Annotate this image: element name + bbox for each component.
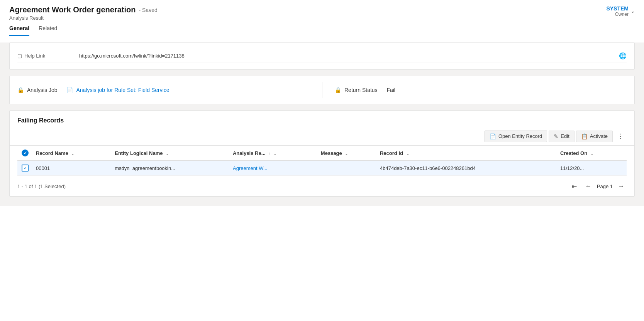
analysis-job-link[interactable]: Analysis job for Rule Set: Field Service bbox=[76, 87, 169, 93]
edit-button[interactable]: ✎ Edit bbox=[549, 131, 574, 142]
analysis-job-field: 🔒 Analysis Job 📄 Analysis job for Rule S… bbox=[17, 82, 322, 98]
record-name-col-label: Record Name bbox=[36, 150, 68, 156]
cell-created-on: 11/12/20... bbox=[557, 161, 627, 176]
title-text: Agreement Work Order generation bbox=[9, 5, 136, 14]
owner-label: Owner bbox=[606, 12, 629, 17]
sort-asc-icon: ↑ bbox=[268, 151, 270, 156]
entity-logical-name-col-label: Entity Logical Name bbox=[115, 150, 163, 156]
doc-icon: 📄 bbox=[66, 87, 73, 93]
checkbox-icon: ▢ bbox=[17, 53, 22, 59]
failing-records-header: Failing Records bbox=[10, 111, 634, 127]
records-toolbar: 📄 Open Entity Record ✎ Edit 📋 Activate ⋮ bbox=[10, 127, 634, 146]
page-label: Page 1 bbox=[597, 183, 613, 189]
help-link-card: ▢ Help Link https://go.microsoft.com/fwl… bbox=[9, 42, 635, 70]
col-analysis-re[interactable]: Analysis Re... ↑ ⌄ bbox=[230, 146, 318, 161]
page-subtitle: Analysis Result bbox=[9, 15, 158, 21]
prev-page-button[interactable]: ← bbox=[583, 181, 594, 192]
row-checkbox[interactable]: ✓ bbox=[22, 165, 29, 172]
col-entity-logical-name[interactable]: Entity Logical Name ⌄ bbox=[112, 146, 230, 161]
more-options-button[interactable]: ⋮ bbox=[614, 130, 627, 142]
analysis-job-label: Analysis Job bbox=[27, 87, 58, 93]
chevron-down-icon: ⌄ bbox=[631, 8, 635, 14]
analysis-re-link[interactable]: Agreement W... bbox=[233, 165, 268, 171]
pagination-controls: ⇤ ← Page 1 → bbox=[569, 181, 627, 192]
help-link-value: https://go.microsoft.com/fwlink/?linkid=… bbox=[79, 53, 619, 59]
col-message[interactable]: Message ⌄ bbox=[318, 146, 377, 161]
cell-analysis-re[interactable]: Agreement W... bbox=[230, 161, 318, 176]
sort-icon-entity: ⌄ bbox=[166, 151, 169, 156]
analysis-fields: 🔒 Analysis Job 📄 Analysis job for Rule S… bbox=[17, 82, 627, 98]
return-status-value: Fail bbox=[386, 87, 395, 93]
col-record-id[interactable]: Record Id ⌄ bbox=[377, 146, 557, 161]
help-link-row: ▢ Help Link https://go.microsoft.com/fwl… bbox=[17, 49, 627, 63]
header-left: Agreement Work Order generation - Saved … bbox=[9, 5, 158, 21]
analysis-re-col-label: Analysis Re... bbox=[233, 150, 266, 156]
lock-icon-2: 🔒 bbox=[335, 87, 341, 93]
cell-record-id: 4b474deb-7a30-ec11-b6e6-002248261bd4 bbox=[377, 161, 557, 176]
activate-label: Activate bbox=[590, 133, 608, 139]
user-name: SYSTEM bbox=[606, 5, 629, 12]
edit-icon: ✎ bbox=[554, 133, 558, 139]
sort-desc-icon: ⌄ bbox=[273, 151, 276, 156]
col-created-on[interactable]: Created On ⌄ bbox=[557, 146, 627, 161]
select-all-header[interactable]: ✓ bbox=[17, 146, 33, 161]
row-checkbox-cell[interactable]: ✓ bbox=[17, 161, 33, 176]
sort-icon-record-name: ⌄ bbox=[71, 151, 74, 156]
sort-icon-record-id: ⌄ bbox=[406, 151, 409, 156]
tab-related[interactable]: Related bbox=[39, 21, 57, 36]
cell-message bbox=[318, 161, 377, 176]
records-table-wrapper: ✓ Record Name ⌄ Entity Logical Name ⌄ bbox=[10, 146, 634, 176]
open-entity-record-label: Open Entity Record bbox=[498, 133, 542, 139]
page-header: Agreement Work Order generation - Saved … bbox=[0, 0, 644, 21]
table-body: ✓ 00001 msdyn_agreementbookin... Agreeme… bbox=[17, 161, 627, 176]
tab-bar: General Related bbox=[0, 21, 644, 36]
cell-entity-logical-name: msdyn_agreementbookin... bbox=[112, 161, 230, 176]
col-record-name[interactable]: Record Name ⌄ bbox=[33, 146, 112, 161]
saved-label: - Saved bbox=[139, 7, 157, 13]
lock-icon: 🔒 bbox=[17, 87, 24, 93]
open-entity-record-button[interactable]: 📄 Open Entity Record bbox=[485, 131, 547, 142]
next-page-button[interactable]: → bbox=[616, 181, 627, 192]
analysis-job-card: 🔒 Analysis Job 📄 Analysis job for Rule S… bbox=[9, 76, 635, 104]
pagination-bar: 1 - 1 of 1 (1 Selected) ⇤ ← Page 1 → bbox=[10, 176, 634, 196]
message-col-label: Message bbox=[321, 150, 342, 156]
failing-records-title: Failing Records bbox=[17, 117, 627, 124]
page-title: Agreement Work Order generation - Saved bbox=[9, 5, 158, 14]
record-id-col-label: Record Id bbox=[380, 150, 403, 156]
edit-label: Edit bbox=[561, 133, 569, 139]
first-page-button[interactable]: ⇤ bbox=[569, 181, 580, 192]
sort-icon-created-on: ⌄ bbox=[590, 151, 593, 156]
user-panel[interactable]: SYSTEM Owner ⌄ bbox=[606, 5, 635, 17]
return-status-label: Return Status bbox=[344, 87, 378, 93]
table-row[interactable]: ✓ 00001 msdyn_agreementbookin... Agreeme… bbox=[17, 161, 627, 176]
pagination-info: 1 - 1 of 1 (1 Selected) bbox=[17, 183, 66, 189]
return-status-field: 🔒 Return Status Fail bbox=[322, 82, 627, 98]
records-table: ✓ Record Name ⌄ Entity Logical Name ⌄ bbox=[17, 146, 627, 176]
created-on-col-label: Created On bbox=[560, 150, 587, 156]
sort-icon-message: ⌄ bbox=[345, 151, 348, 156]
help-link-label: ▢ Help Link bbox=[17, 53, 79, 59]
tab-general[interactable]: General bbox=[9, 21, 29, 36]
open-record-icon: 📄 bbox=[490, 133, 496, 139]
activate-button[interactable]: 📋 Activate bbox=[576, 131, 613, 142]
activate-icon: 📋 bbox=[581, 133, 588, 139]
content-area: ▢ Help Link https://go.microsoft.com/fwl… bbox=[0, 42, 644, 206]
cell-record-name: 00001 bbox=[33, 161, 112, 176]
table-header: ✓ Record Name ⌄ Entity Logical Name ⌄ bbox=[17, 146, 627, 161]
globe-icon: 🌐 bbox=[619, 52, 627, 59]
failing-records-card: Failing Records 📄 Open Entity Record ✎ E… bbox=[9, 110, 635, 197]
select-all-checkbox[interactable]: ✓ bbox=[22, 149, 29, 156]
